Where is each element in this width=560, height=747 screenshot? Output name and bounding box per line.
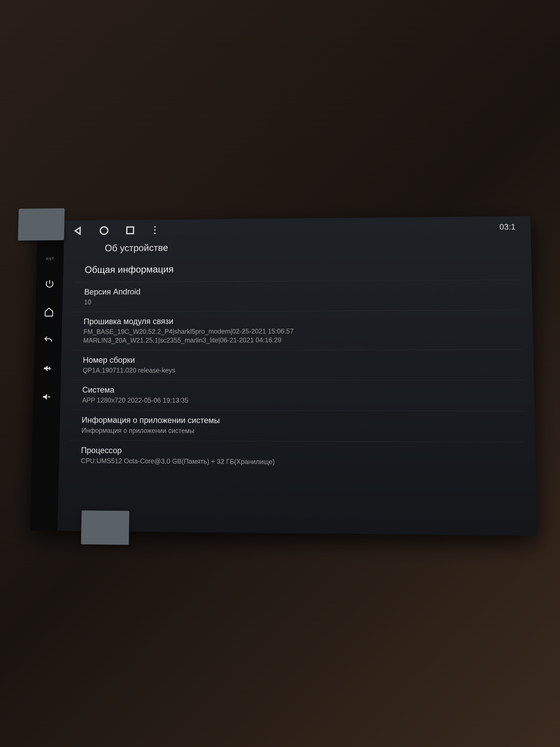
svg-rect-1 bbox=[127, 227, 134, 234]
row-value: APP 1280x720 2022-05-06 19:13:35 bbox=[82, 396, 512, 406]
row-value: CPU:UMS512 Octa-Core@3.0 GB(Память) + 32… bbox=[81, 456, 513, 468]
device-frame: MIC RST bbox=[30, 216, 537, 536]
nav-more-icon[interactable] bbox=[151, 225, 159, 235]
svg-point-0 bbox=[100, 227, 108, 234]
row-android-version[interactable]: Версия Android 10 bbox=[73, 280, 521, 312]
row-label: Прошивка модуля связи bbox=[83, 315, 510, 326]
row-system[interactable]: Система APP 1280x720 2022-05-06 19:13:35 bbox=[71, 380, 523, 411]
row-label: Информация о приложении системы bbox=[81, 415, 512, 426]
rst-label: RST bbox=[46, 257, 54, 261]
volume-up-icon[interactable] bbox=[43, 363, 53, 374]
row-label: Система bbox=[82, 385, 511, 395]
settings-list[interactable]: Общая информация Версия Android 10 Проши… bbox=[57, 256, 537, 536]
row-label: Номер сборки bbox=[83, 355, 511, 365]
system-navbar: 03:1 bbox=[64, 216, 531, 241]
row-value: Информация о приложении системы bbox=[81, 426, 512, 437]
section-header: Общая информация bbox=[74, 256, 521, 282]
back-icon[interactable] bbox=[43, 335, 53, 345]
nav-back-icon[interactable] bbox=[73, 226, 83, 236]
mount-clip bbox=[81, 510, 129, 545]
home-icon[interactable] bbox=[44, 307, 54, 317]
power-icon[interactable] bbox=[45, 279, 55, 289]
row-label: Версия Android bbox=[84, 285, 509, 297]
photo-background: MIC RST bbox=[0, 0, 560, 747]
nav-recents-icon[interactable] bbox=[125, 225, 135, 235]
row-value: 10 bbox=[84, 296, 509, 307]
statusbar-clock: 03:1 bbox=[500, 222, 521, 231]
nav-home-icon[interactable] bbox=[99, 226, 109, 235]
row-processor[interactable]: Процессор CPU:UMS512 Octa-Core@3.0 GB(Па… bbox=[70, 440, 525, 473]
row-baseband[interactable]: Прошивка модуля связи FM_BASE_19C_W20.52… bbox=[72, 310, 522, 350]
page-title: Об устройстве bbox=[63, 237, 531, 259]
row-value: FM_BASE_19C_W20.52.2_P4|sharkl5pro_modem… bbox=[83, 326, 510, 345]
mount-clip bbox=[18, 208, 65, 240]
row-system-app-info[interactable]: Информация о приложении системы Информац… bbox=[70, 410, 524, 442]
row-label: Процессор bbox=[81, 445, 513, 457]
volume-down-icon[interactable] bbox=[42, 392, 52, 402]
row-build-number[interactable]: Номер сборки QP1A.190711.020 release-key… bbox=[72, 350, 523, 380]
row-value: QP1A.190711.020 release-keys bbox=[83, 366, 511, 375]
screen: 03:1 Об устройстве Общая информация Верс… bbox=[57, 216, 537, 536]
